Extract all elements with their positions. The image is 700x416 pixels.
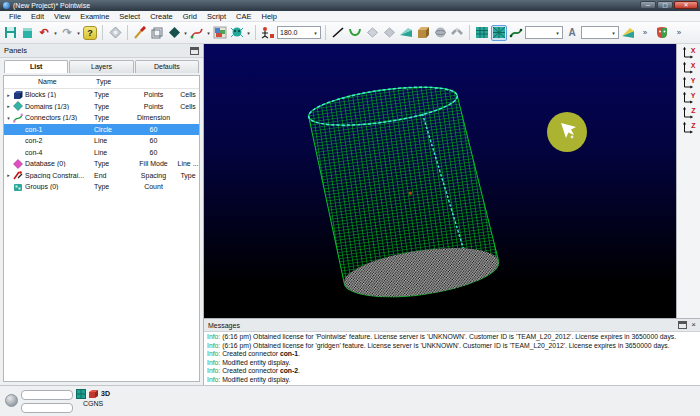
connector-dimension-icon[interactable]: [508, 25, 524, 41]
message-text: Modified entity display.: [222, 359, 290, 366]
dimension-combobox[interactable]: ▾: [525, 26, 563, 39]
minimize-button[interactable]: ─: [640, 1, 656, 9]
tab-defaults[interactable]: Defaults: [135, 60, 199, 73]
tree-row-connectors-1-3[interactable]: ▾Connectors (1/3)TypeDimension: [4, 112, 199, 124]
solid-diamond-icon[interactable]: [166, 25, 182, 41]
entity-col3: Count: [135, 183, 172, 190]
expander-icon[interactable]: ▸: [4, 103, 13, 109]
tab-list[interactable]: List: [4, 60, 68, 73]
menu-help[interactable]: Help: [256, 12, 281, 21]
menu-view[interactable]: View: [49, 12, 75, 21]
view-plus-x-button[interactable]: X: [681, 46, 697, 59]
wire-cube-icon[interactable]: [149, 25, 165, 41]
status-sphere-icon: [5, 394, 18, 407]
spider-mask-icon[interactable]: [229, 25, 245, 41]
dimension-3d-label: 3D: [101, 390, 110, 397]
messages-title: Messages: [208, 322, 240, 329]
menu-cae[interactable]: CAE: [231, 12, 256, 21]
view-minus-y-button[interactable]: Y: [681, 91, 697, 104]
assemble-hands-icon[interactable]: [449, 25, 465, 41]
solid-diamond-dropdown-icon[interactable]: ▾: [183, 30, 188, 36]
wedge-yellow-icon[interactable]: [620, 25, 636, 41]
grid-format-icon: [76, 389, 86, 399]
spacing-combobox[interactable]: ▾: [581, 26, 619, 39]
entity-col2: Type: [94, 91, 135, 98]
message-line: Info: (6:16 pm) Obtained license for 'Po…: [207, 333, 697, 342]
tree-row-database-0[interactable]: Database (0)TypeFill ModeLine ...: [4, 158, 199, 170]
undo-dropdown-icon[interactable]: ▾: [53, 30, 58, 36]
tree-row-con-4[interactable]: con-4Line60: [4, 147, 199, 159]
panels-float-icon[interactable]: [190, 47, 199, 55]
column-name[interactable]: Name: [38, 78, 57, 85]
panels-title: Panels: [4, 46, 27, 55]
diamond-flat-icon[interactable]: [381, 25, 397, 41]
menu-create[interactable]: Create: [145, 12, 178, 21]
help-icon[interactable]: ?: [82, 25, 98, 41]
image-icon[interactable]: [212, 25, 228, 41]
tree-row-spacing-constrai[interactable]: ▸Spacing Constrai...EndSpacingType: [4, 170, 199, 182]
message-entity: con-2: [280, 367, 298, 374]
entity-col2: Line: [94, 149, 135, 156]
overflow-chevron-icon[interactable]: »: [637, 25, 653, 41]
view-plus-z-button[interactable]: Z: [681, 106, 697, 119]
block-cube-icon[interactable]: [415, 25, 431, 41]
tree-row-con-2[interactable]: con-2Line60: [4, 135, 199, 147]
view-minus-z-button[interactable]: Z: [681, 121, 697, 134]
tree-row-blocks-1[interactable]: ▸Blocks (1)TypePointsCells: [4, 89, 199, 101]
diamond-flat-icon[interactable]: [364, 25, 380, 41]
expander-icon[interactable]: ▸: [4, 172, 13, 178]
viewport-canvas[interactable]: [204, 44, 676, 318]
messages-float-icon[interactable]: [678, 321, 687, 329]
angle-combobox[interactable]: 180.0 ▾: [277, 26, 321, 39]
view-minus-x-button[interactable]: X: [681, 61, 697, 74]
entity-name: Database (0): [25, 160, 94, 167]
examine-icon[interactable]: [107, 25, 123, 41]
column-type[interactable]: Type: [96, 78, 111, 85]
open-project-icon[interactable]: [19, 25, 35, 41]
maximize-button[interactable]: ▢: [657, 1, 673, 9]
expander-icon[interactable]: ▸: [4, 92, 13, 98]
spider-mask-dropdown-icon[interactable]: ▾: [246, 30, 251, 36]
spacing-icon: [13, 170, 25, 180]
messages-close-icon[interactable]: ×: [691, 321, 696, 329]
close-button[interactable]: ✕: [674, 1, 698, 9]
menu-grid[interactable]: Grid: [178, 12, 202, 21]
menu-select[interactable]: Select: [114, 12, 145, 21]
curve-tool-dropdown-icon[interactable]: ▾: [206, 30, 211, 36]
entity-col2: Type: [94, 160, 135, 167]
cae-format-label: CGNS: [76, 400, 110, 407]
redo-icon[interactable]: ↷: [59, 25, 75, 41]
save-icon[interactable]: [2, 25, 18, 41]
tree-row-domains-1-3[interactable]: ▸Domains (1/3)TypePointsCells: [4, 101, 199, 113]
structured-grid-icon[interactable]: [474, 25, 490, 41]
unstructured-grid-icon[interactable]: [491, 25, 507, 41]
entity-list-header: Name Type: [4, 76, 199, 89]
message-level: Info:: [207, 342, 222, 349]
menu-examine[interactable]: Examine: [75, 12, 114, 21]
green-curve-icon[interactable]: [347, 25, 363, 41]
curve-tool-icon[interactable]: [189, 25, 205, 41]
entity-col4: Cells: [172, 91, 200, 98]
redo-dropdown-icon[interactable]: ▾: [76, 30, 81, 36]
menu-edit[interactable]: Edit: [26, 12, 49, 21]
mask-icon[interactable]: [654, 25, 670, 41]
view-plus-y-button[interactable]: Y: [681, 76, 697, 89]
overflow-chevron-icon[interactable]: »: [671, 25, 687, 41]
undo-icon[interactable]: ↶: [36, 25, 52, 41]
tab-layers[interactable]: Layers: [69, 60, 133, 73]
wedge-teal-icon[interactable]: [398, 25, 414, 41]
menu-script[interactable]: Script: [202, 12, 231, 21]
draw-brush-icon[interactable]: [132, 25, 148, 41]
average-spacing-icon[interactable]: A: [564, 25, 580, 41]
entity-name: con-2: [25, 137, 94, 144]
entity-col3: Spacing: [135, 172, 172, 179]
menu-file[interactable]: File: [4, 12, 26, 21]
sphere-gray-icon[interactable]: [432, 25, 448, 41]
tree-row-con-1[interactable]: con-1Circle60: [4, 124, 199, 136]
line-segment-icon[interactable]: [330, 25, 346, 41]
tree-row-groups-0[interactable]: Groups (0)TypeCount: [4, 181, 199, 193]
transform-icon[interactable]: [260, 25, 276, 41]
entity-col2: Type: [94, 114, 135, 121]
entity-col3: Dimension: [135, 114, 172, 121]
expander-icon[interactable]: ▾: [4, 115, 13, 121]
